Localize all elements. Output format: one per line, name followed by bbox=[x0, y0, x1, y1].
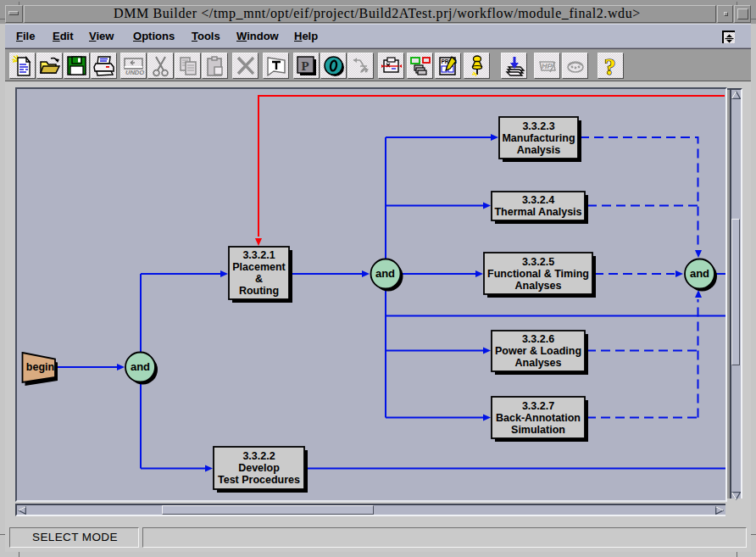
svg-text:P: P bbox=[302, 59, 309, 73]
svg-text:UNDO: UNDO bbox=[125, 69, 144, 76]
svg-text:?: ? bbox=[604, 55, 616, 77]
